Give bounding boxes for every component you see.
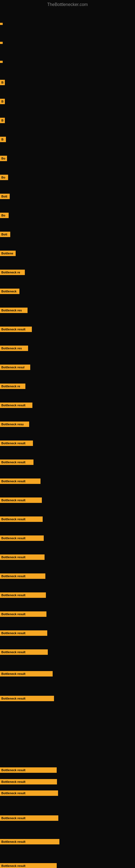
bar-label-19: Bottleneck re: [0, 383, 26, 389]
bar-row-11: Bott: [0, 231, 135, 241]
bar-row-2: [0, 61, 135, 70]
bar-label-37: Bottleneck result: [0, 779, 57, 784]
bar-label-9: Bott: [0, 194, 10, 199]
bar-label-10: Bo: [0, 213, 9, 218]
bar-label-24: Bottleneck result: [0, 478, 41, 484]
bar-row-38: Bottleneck result: [0, 790, 135, 800]
bar-row-21: Bottleneck resu: [0, 422, 135, 431]
bar-row-1: [0, 42, 135, 52]
bar-row-7: Bo: [0, 156, 135, 165]
bar-label-20: Bottleneck result: [0, 403, 32, 408]
bar-label-16: Bottleneck result: [0, 327, 32, 332]
bar-label-30: Bottleneck result: [0, 592, 46, 598]
bar-row-32: Bottleneck result: [0, 630, 135, 640]
bar-row-4: B: [0, 99, 135, 108]
bar-label-23: Bottleneck result: [0, 460, 34, 465]
bar-row-41: Bottleneck result: [0, 863, 135, 868]
bars-container: BBBBBoBoBottBoBottBottleneBottleneck reB…: [0, 9, 135, 864]
bar-row-30: Bottleneck result: [0, 592, 135, 602]
bar-row-37: Bottleneck result: [0, 779, 135, 789]
bar-label-1: [0, 42, 3, 44]
bar-row-29: Bottleneck result: [0, 574, 135, 583]
bar-label-0: [0, 23, 3, 25]
bar-label-22: Bottleneck result: [0, 440, 33, 446]
bar-row-6: B: [0, 137, 135, 147]
page-wrapper: TheBottlenecker.com BBBBBoBoBottBoBottBo…: [0, 0, 135, 868]
bar-label-28: Bottleneck result: [0, 554, 45, 560]
bar-label-26: Bottleneck result: [0, 517, 43, 522]
bar-label-2: [0, 61, 3, 63]
bar-label-21: Bottleneck resu: [0, 422, 29, 427]
bar-row-17: Bottleneck res: [0, 346, 135, 355]
bar-row-33: Bottleneck result: [0, 649, 135, 659]
bar-label-13: Bottleneck re: [0, 270, 25, 275]
bar-row-28: Bottleneck result: [0, 554, 135, 564]
bar-row-22: Bottleneck result: [0, 440, 135, 450]
bar-label-27: Bottleneck result: [0, 535, 44, 541]
bar-label-4: B: [0, 99, 5, 104]
bar-label-15: Bottleneck res: [0, 308, 28, 313]
bar-row-8: Bo: [0, 175, 135, 184]
bar-label-6: B: [0, 137, 6, 142]
bar-row-24: Bottleneck result: [0, 478, 135, 488]
bar-label-33: Bottleneck result: [0, 649, 48, 655]
bar-label-7: Bo: [0, 156, 7, 161]
bar-row-25: Bottleneck result: [0, 497, 135, 507]
bar-row-10: Bo: [0, 213, 135, 222]
bar-row-19: Bottleneck re: [0, 383, 135, 393]
bar-row-35: Bottleneck result: [0, 696, 135, 706]
bar-row-40: Bottleneck result: [0, 839, 135, 849]
bar-label-34: Bottleneck result: [0, 671, 53, 677]
bar-row-36: Bottleneck result: [0, 767, 135, 777]
site-title: TheBottlenecker.com: [0, 0, 135, 9]
bar-label-5: B: [0, 118, 5, 123]
bar-row-15: Bottleneck res: [0, 308, 135, 317]
bar-row-13: Bottleneck re: [0, 270, 135, 279]
bar-label-40: Bottleneck result: [0, 839, 59, 844]
bar-row-39: Bottleneck result: [0, 815, 135, 825]
bar-label-35: Bottleneck result: [0, 696, 54, 701]
bar-row-26: Bottleneck result: [0, 517, 135, 526]
bar-label-12: Bottlene: [0, 251, 16, 256]
bar-label-38: Bottleneck result: [0, 790, 58, 796]
bar-label-8: Bo: [0, 175, 8, 180]
bar-row-5: B: [0, 118, 135, 127]
bar-row-16: Bottleneck result: [0, 327, 135, 336]
bar-label-29: Bottleneck result: [0, 574, 45, 579]
bar-row-23: Bottleneck result: [0, 460, 135, 469]
bar-row-14: Bottleneck: [0, 289, 135, 299]
bar-label-36: Bottleneck result: [0, 767, 57, 773]
bar-label-18: Bottleneck resul: [0, 365, 30, 370]
bar-row-27: Bottleneck result: [0, 535, 135, 545]
bar-row-20: Bottleneck result: [0, 403, 135, 412]
bar-row-34: Bottleneck result: [0, 671, 135, 681]
bar-row-31: Bottleneck result: [0, 611, 135, 621]
bar-label-11: Bott: [0, 231, 10, 237]
bar-row-3: B: [0, 80, 135, 90]
bar-label-41: Bottleneck result: [0, 863, 57, 868]
bar-label-31: Bottleneck result: [0, 611, 46, 617]
bar-label-25: Bottleneck result: [0, 497, 42, 503]
bar-label-39: Bottleneck result: [0, 815, 58, 821]
bar-row-0: [0, 23, 135, 33]
bar-row-12: Bottlene: [0, 251, 135, 260]
bar-label-14: Bottleneck: [0, 289, 19, 294]
bar-row-18: Bottleneck resul: [0, 365, 135, 374]
bar-label-32: Bottleneck result: [0, 630, 47, 636]
bar-label-3: B: [0, 80, 5, 85]
bar-row-9: Bott: [0, 194, 135, 204]
bar-label-17: Bottleneck res: [0, 346, 28, 351]
